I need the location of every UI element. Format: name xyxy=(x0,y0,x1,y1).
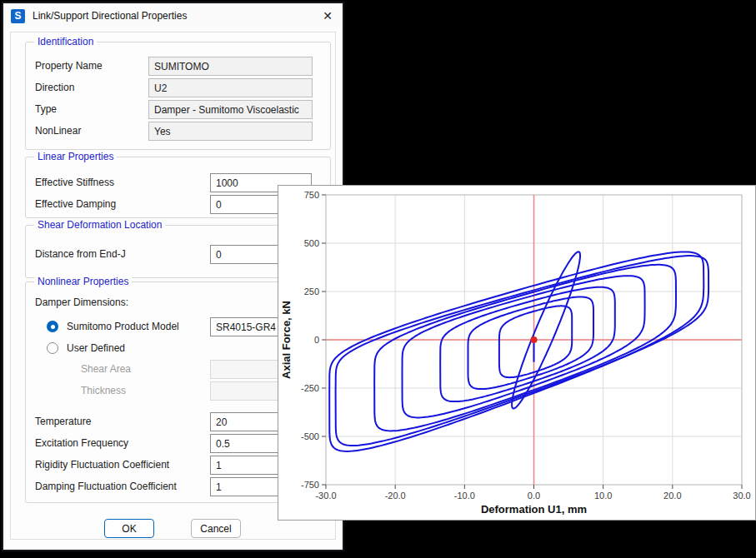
property-name-label: Property Name xyxy=(35,57,103,76)
hysteresis-chart: -30.0-20.0-10.00.010.020.030.07505002500… xyxy=(278,186,755,520)
nonlinear-properties-group-label: Nonlinear Properties xyxy=(34,276,132,287)
distance-from-end-j-label: Distance from End-J xyxy=(35,245,126,264)
type-label: Type xyxy=(35,100,57,119)
effective-damping-label: Effective Damping xyxy=(35,195,116,214)
thickness-label: Thickness xyxy=(81,381,126,401)
damper-dimensions-label: Damper Dimensions: xyxy=(35,293,128,312)
svg-text:Axial Force, kN: Axial Force, kN xyxy=(280,301,293,379)
nonlinear-label: NonLinear xyxy=(35,122,81,141)
damping-fluctuation-coefficient-label: Damping Fluctuation Coefficient xyxy=(35,477,177,496)
hysteresis-plot-window: -30.0-20.0-10.00.010.020.030.07505002500… xyxy=(278,185,756,521)
excitation-frequency-label: Excitation Frequency xyxy=(35,434,128,453)
svg-text:-30.0: -30.0 xyxy=(315,491,336,501)
direction-label: Direction xyxy=(35,78,74,97)
user-defined-radio[interactable] xyxy=(47,342,58,354)
svg-text:30.0: 30.0 xyxy=(733,491,750,501)
shear-area-label: Shear Area xyxy=(81,360,131,379)
close-icon[interactable]: ✕ xyxy=(323,9,333,22)
svg-text:-20.0: -20.0 xyxy=(385,491,406,501)
sumitomo-product-model-label: Sumitomo Product Model xyxy=(67,317,179,336)
rigidity-fluctuation-coefficient-label: Rigidity Fluctuation Coefficient xyxy=(35,456,169,475)
temperature-label: Temperature xyxy=(35,412,91,431)
nonlinear-field[interactable] xyxy=(148,122,313,141)
svg-text:10.0: 10.0 xyxy=(594,491,612,501)
user-defined-label: User Defined xyxy=(67,339,125,358)
linear-properties-group-label: Linear Properties xyxy=(34,151,117,162)
sumitomo-product-model-radio[interactable] xyxy=(47,321,58,332)
effective-stiffness-label: Effective Stiffness xyxy=(35,173,114,192)
svg-text:750: 750 xyxy=(304,190,319,200)
shear-deformation-group-label: Shear Deformation Location xyxy=(34,219,165,231)
ok-button[interactable]: OK xyxy=(104,519,154,538)
property-name-field[interactable] xyxy=(148,57,313,76)
svg-text:Deformation U1, mm: Deformation U1, mm xyxy=(481,503,587,516)
type-field[interactable] xyxy=(148,100,313,119)
svg-text:-750: -750 xyxy=(301,480,319,490)
dialog-titlebar: S Link/Support Directional Properties ✕ xyxy=(3,3,343,28)
svg-text:500: 500 xyxy=(304,238,319,248)
direction-field[interactable] xyxy=(148,78,313,97)
svg-text:0.0: 0.0 xyxy=(528,491,540,501)
svg-text:-250: -250 xyxy=(301,383,319,393)
svg-text:20.0: 20.0 xyxy=(663,491,681,501)
dialog-title: Link/Support Directional Properties xyxy=(33,10,187,22)
identification-group-label: Identification xyxy=(34,36,97,47)
svg-text:250: 250 xyxy=(304,286,319,296)
svg-text:0: 0 xyxy=(314,335,319,345)
cancel-button[interactable]: Cancel xyxy=(191,519,241,538)
svg-text:-500: -500 xyxy=(301,431,319,441)
app-root: S Link/Support Directional Properties ✕ … xyxy=(0,0,756,558)
sap-app-icon: S xyxy=(11,9,25,23)
svg-text:-10.0: -10.0 xyxy=(454,491,475,501)
